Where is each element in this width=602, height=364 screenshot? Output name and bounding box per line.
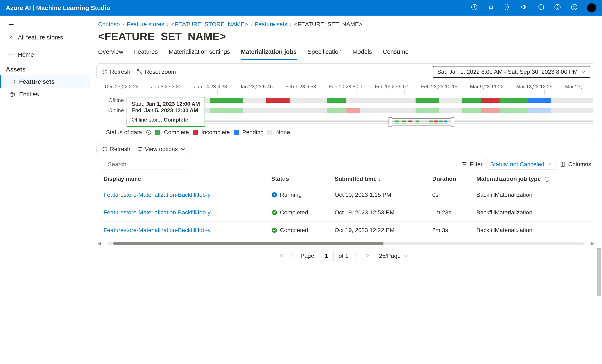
crumb-store-name[interactable]: <FEATURE_STORE_NAME> [171, 21, 248, 28]
refresh-button[interactable]: Refresh [102, 69, 130, 75]
chat-icon[interactable] [537, 3, 545, 12]
bell-icon[interactable] [487, 3, 495, 12]
hscroll-thumb[interactable] [113, 242, 384, 245]
crumb-contoso[interactable]: Contoso [98, 21, 120, 28]
job-link[interactable]: Featurestore-Materialization-BackfillJob… [104, 227, 211, 233]
table-row[interactable]: Featurestore-Materialization-BackfillJob… [101, 221, 591, 239]
svg-point-6 [575, 6, 575, 7]
svg-point-5 [573, 6, 573, 7]
tooltip-store-value: Complete [164, 116, 188, 123]
avatar[interactable] [587, 3, 596, 12]
timeline-panel: Refresh Reset zoom Sat, Jan 1, 2022 8:00… [97, 63, 595, 80]
lane-online-label: Online [99, 107, 124, 114]
search-input[interactable] [101, 159, 186, 170]
job-link[interactable]: Featurestore-Materialization-BackfillJob… [104, 192, 211, 198]
reset-zoom-label: Reset zoom [145, 69, 176, 75]
columns-button[interactable]: Columns [560, 161, 591, 168]
filter-chip-label: Status: not Canceled [490, 161, 544, 168]
sidebar-item-feature-sets[interactable]: Feature sets [0, 75, 90, 88]
submitted-cell: Oct 19, 2023 12:22 PM [332, 221, 429, 239]
pager-last-icon[interactable] [364, 252, 370, 260]
timeline-ticks: Dec 27,22 2:24 Jan 5,23 3:31 Jan 14,23 4… [99, 84, 593, 90]
clock-icon[interactable] [471, 3, 478, 12]
menu-icon[interactable] [8, 23, 15, 29]
tooltip-end-label: End: [132, 107, 143, 114]
sidebar-heading: Assets [0, 61, 90, 75]
pager-first-icon[interactable] [279, 252, 285, 260]
tab-models[interactable]: Models [353, 47, 372, 60]
pager-per-page[interactable]: 25/Page [375, 251, 413, 261]
megaphone-icon[interactable] [520, 3, 528, 12]
view-options-button[interactable]: View options [137, 146, 186, 153]
page-title: <FEATURE_SET_NAME> [90, 28, 602, 45]
pager-page-input[interactable] [319, 251, 334, 261]
table-row[interactable]: Featurestore-Materialization-BackfillJob… [101, 204, 591, 221]
list-refresh-button[interactable]: Refresh [102, 146, 130, 153]
close-icon[interactable] [547, 162, 552, 167]
breadcrumb: Contoso› Feature stores› <FEATURE_STORE_… [90, 16, 602, 28]
date-range-text: Sat, Jan 1, 2022 8:00 AM - Sat, Sep 30, … [437, 69, 578, 75]
vscroll-thumb[interactable] [597, 248, 601, 296]
sidebar-home[interactable]: Home [0, 48, 90, 61]
tab-materialization-jobs[interactable]: Materialization jobs [241, 47, 297, 60]
table-row[interactable]: Featurestore-Materialization-BackfillJob… [101, 186, 591, 204]
col-duration[interactable]: Duration [429, 172, 473, 186]
info-icon[interactable] [544, 177, 550, 182]
svg-point-4 [571, 4, 577, 10]
filter-chip-status[interactable]: Status: not Canceled [487, 159, 555, 169]
tab-features[interactable]: Features [134, 47, 158, 60]
hscroll-right-icon[interactable]: ▶ [589, 241, 595, 246]
tab-consume[interactable]: Consume [383, 47, 408, 60]
reset-zoom-button[interactable]: Reset zoom [137, 69, 176, 75]
col-submitted[interactable]: Submitted time ↓ [332, 172, 429, 186]
hscroll-left-icon[interactable]: ◀ [97, 241, 102, 246]
crumb-feature-sets[interactable]: Feature sets [255, 21, 287, 28]
svg-point-1 [507, 6, 509, 8]
search-field[interactable] [108, 161, 183, 168]
date-range-picker[interactable]: Sat, Jan 1, 2022 8:00 AM - Sat, Sep 30, … [433, 66, 590, 78]
home-label: Home [18, 51, 34, 58]
tooltip-end-value: Jan 5, 2023 12:00 AM [144, 107, 198, 114]
sidebar-item-entities[interactable]: Entities [0, 88, 90, 101]
pager-prev-icon[interactable] [290, 252, 296, 260]
lane-offline-label: Offline [99, 97, 124, 104]
tab-specification[interactable]: Specification [307, 47, 342, 60]
col-status[interactable]: Status [268, 172, 332, 186]
tab-overview[interactable]: Overview [98, 47, 123, 60]
timeline: Dec 27,22 2:24 Jan 5,23 3:31 Jan 14,23 4… [97, 84, 595, 140]
help-icon[interactable] [554, 3, 561, 12]
smile-icon[interactable] [570, 3, 578, 12]
legend: Status of data Complete Incomplete Pendi… [99, 125, 593, 140]
tick-label: Mar 18,23 12:29 [516, 84, 553, 90]
svg-point-10 [140, 147, 141, 148]
crumb-current: <FEATURE_SET_NAME> [294, 21, 362, 28]
crumb-feature-stores[interactable]: Feature stores [127, 21, 164, 28]
col-submitted-label: Submitted time [335, 176, 377, 182]
legend-title: Status of data [106, 129, 142, 136]
back-label: All feature stores [18, 34, 63, 41]
jobs-table: Display name Status Submitted time ↓ Dur… [101, 172, 591, 239]
pager-next-icon[interactable] [353, 252, 359, 260]
sidebar: All feature stores Home Assets Feature s… [0, 16, 90, 364]
status-cell: Running [271, 192, 329, 198]
svg-rect-7 [10, 80, 15, 81]
pager-page-label: Page [301, 253, 314, 259]
col-display-name[interactable]: Display name [101, 172, 268, 186]
list-area: Filter Status: not Canceled Columns [97, 158, 595, 266]
tab-materialization-settings[interactable]: Materialization settings [169, 47, 230, 60]
hscroll-track[interactable] [108, 242, 584, 245]
back-all-feature-stores[interactable]: All feature stores [0, 31, 90, 44]
svg-rect-15 [565, 162, 565, 166]
legend-incomplete: Incomplete [201, 129, 230, 136]
col-jobtype[interactable]: Materialization job type [473, 172, 591, 186]
tick-label: Jan 5,23 3:31 [151, 84, 181, 90]
list-toolbar-panel: Refresh View options [97, 143, 595, 155]
gear-icon[interactable] [504, 3, 511, 12]
submitted-cell: Oct 19, 2023 12:53 PM [332, 204, 429, 221]
pager-per-label: 25/Page [379, 253, 401, 259]
filter-button[interactable]: Filter [461, 161, 483, 168]
svg-point-11 [140, 150, 141, 151]
tick-label: Feb 10,23 8:00 [329, 84, 362, 90]
info-icon[interactable] [146, 129, 151, 135]
job-link[interactable]: Featurestore-Materialization-BackfillJob… [104, 209, 211, 216]
